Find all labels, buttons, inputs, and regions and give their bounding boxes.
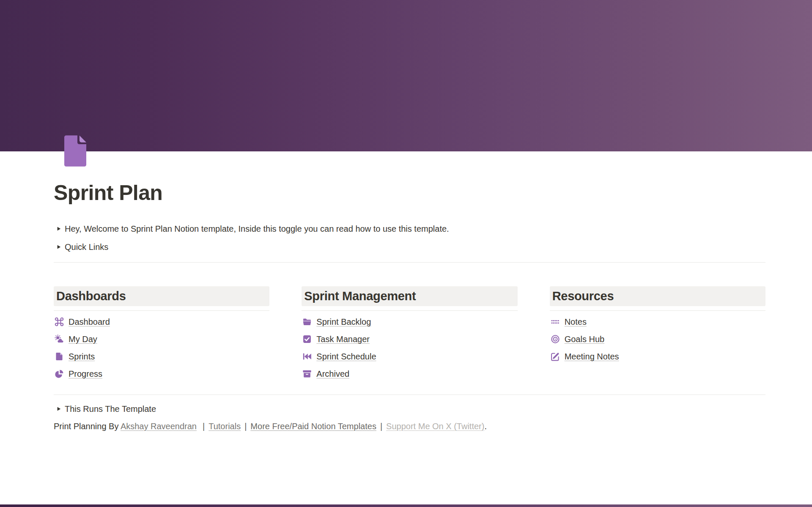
compose-icon	[551, 352, 560, 361]
columns-section: Dashboards Dashboard	[54, 286, 765, 383]
page-title[interactable]: Sprint Plan	[54, 180, 765, 206]
footer-suffix: .	[484, 422, 487, 431]
templates-link[interactable]: More Free/Paid Notion Templates	[250, 422, 376, 431]
footer-separator: |	[380, 422, 382, 431]
column-sprint-management: Sprint Management Sprint Backlog	[302, 286, 517, 383]
author-link[interactable]: Akshay Raveendran	[121, 422, 197, 431]
link-meeting-notes[interactable]: Meeting Notes	[550, 348, 765, 365]
page-icon	[55, 352, 64, 361]
link-label[interactable]: Archived	[316, 368, 349, 380]
pie-chart-icon	[55, 369, 64, 378]
link-archived[interactable]: Archived	[302, 365, 517, 383]
link-label[interactable]: Sprint Schedule	[316, 351, 376, 362]
column-dashboards: Dashboards Dashboard	[54, 286, 269, 383]
footer-prefix: Print Planning By	[54, 422, 121, 431]
archive-icon	[302, 369, 312, 378]
tutorials-link[interactable]: Tutorials	[208, 422, 241, 431]
link-label[interactable]: Goals Hub	[565, 334, 605, 345]
toggle-runs-template-label: This Runs The Template	[65, 403, 156, 415]
link-my-day[interactable]: My Day	[54, 331, 269, 348]
rewind-icon	[302, 352, 312, 361]
column-heading: Dashboards	[54, 286, 269, 306]
cover-image	[0, 0, 812, 151]
column-resources: Resources Notes	[550, 286, 765, 383]
link-label[interactable]: Dashboard	[69, 316, 110, 328]
folder-icon	[302, 317, 312, 326]
link-label[interactable]: My Day	[69, 334, 97, 345]
link-label[interactable]: Sprint Backlog	[316, 316, 371, 328]
toggle-runs-template[interactable]: This Runs The Template	[54, 400, 765, 418]
link-label[interactable]: Notes	[565, 316, 587, 328]
support-link[interactable]: Support Me On X (Twitter)	[386, 422, 484, 431]
divider	[550, 310, 765, 311]
link-goals-hub[interactable]: Goals Hub	[550, 331, 765, 348]
document-icon	[61, 134, 89, 167]
footer-credits: Print Planning By Akshay Raveendran|Tuto…	[54, 421, 765, 432]
command-icon	[55, 317, 64, 326]
link-label[interactable]: Meeting Notes	[565, 351, 619, 362]
link-dashboard[interactable]: Dashboard	[54, 313, 269, 331]
toggle-quick-links[interactable]: Quick Links	[54, 238, 765, 256]
link-label[interactable]: Task Manager	[316, 334, 370, 345]
column-heading: Resources	[550, 286, 765, 306]
bottom-page-strip	[0, 504, 812, 507]
link-sprint-schedule[interactable]: Sprint Schedule	[302, 348, 517, 365]
target-icon	[551, 334, 560, 344]
toggle-welcome[interactable]: Hey, Welcome to Sprint Plan Notion templ…	[54, 220, 765, 238]
toggle-triangle-icon[interactable]	[54, 226, 65, 231]
link-task-manager[interactable]: Task Manager	[302, 331, 517, 348]
toggle-quick-links-label: Quick Links	[65, 241, 108, 253]
page-icon[interactable]	[61, 134, 89, 167]
divider	[54, 310, 269, 311]
link-sprint-backlog[interactable]: Sprint Backlog	[302, 313, 517, 331]
toggle-welcome-label: Hey, Welcome to Sprint Plan Notion templ…	[65, 223, 449, 235]
link-progress[interactable]: Progress	[54, 365, 269, 383]
toggle-triangle-icon[interactable]	[54, 406, 65, 411]
link-notes[interactable]: Notes	[550, 313, 765, 331]
footer-separator: |	[244, 422, 247, 431]
divider	[54, 262, 765, 263]
link-sprints[interactable]: Sprints	[54, 348, 269, 365]
page-content: Sprint Plan Hey, Welcome to Sprint Plan …	[0, 134, 812, 432]
divider	[302, 310, 517, 311]
link-label[interactable]: Progress	[69, 368, 102, 380]
column-heading: Sprint Management	[302, 286, 517, 306]
link-label[interactable]: Sprints	[69, 351, 95, 362]
footer-separator: |	[203, 422, 205, 431]
toggle-triangle-icon[interactable]	[54, 244, 65, 249]
divider	[54, 395, 765, 395]
sun-cloud-icon	[55, 334, 64, 344]
checkbox-icon	[302, 334, 312, 344]
keyboard-icon	[551, 317, 560, 326]
